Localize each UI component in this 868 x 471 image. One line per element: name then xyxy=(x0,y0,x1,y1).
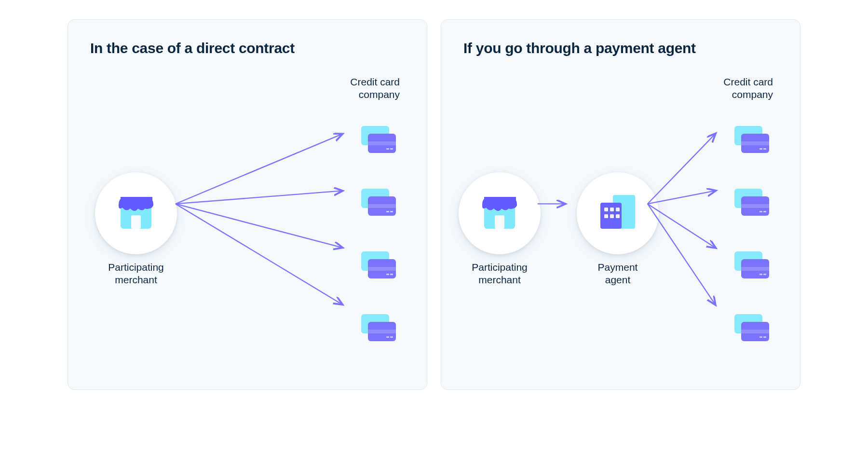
svg-line-19 xyxy=(176,204,342,304)
store-icon xyxy=(112,188,160,238)
agent-label: Paymentagent xyxy=(577,261,659,287)
merchant-circle xyxy=(459,172,541,254)
building-icon xyxy=(594,188,642,238)
panel-title: In the case of a direct contract xyxy=(90,40,405,56)
panel-payment-agent: If you go through a payment agent Partic… xyxy=(441,19,800,390)
store-icon xyxy=(475,188,524,238)
diagram-agent: Participatingmerchant Paymentagent Credi… xyxy=(463,76,778,365)
svg-line-16 xyxy=(176,134,342,204)
cc-column-label: Credit cardcompany xyxy=(723,76,773,101)
merchant-node: Participatingmerchant xyxy=(95,172,177,287)
svg-line-17 xyxy=(176,191,342,204)
credit-card-icon xyxy=(732,124,773,158)
panel-title: If you go through a payment agent xyxy=(463,40,778,56)
credit-card-icon xyxy=(358,124,400,158)
merchant-node: Participatingmerchant xyxy=(459,172,541,287)
cc-stack xyxy=(732,124,773,346)
agent-circle xyxy=(577,172,659,254)
svg-line-18 xyxy=(176,204,342,247)
diagram-direct: Participatingmerchant Credit cardcompany xyxy=(90,76,405,365)
cc-stack xyxy=(358,124,400,346)
credit-card-icon xyxy=(732,187,773,221)
credit-card-icon xyxy=(358,312,400,346)
agent-node: Paymentagent xyxy=(577,172,659,287)
credit-card-icon xyxy=(358,187,400,221)
merchant-circle xyxy=(95,172,177,254)
credit-card-icon xyxy=(732,249,773,283)
credit-card-icon xyxy=(358,249,400,283)
panel-direct-contract: In the case of a direct contract Partici… xyxy=(68,19,427,390)
merchant-label: Participatingmerchant xyxy=(95,261,177,287)
credit-card-icon xyxy=(732,312,773,346)
merchant-label: Participatingmerchant xyxy=(459,261,541,287)
cc-column-label: Credit cardcompany xyxy=(350,76,400,101)
